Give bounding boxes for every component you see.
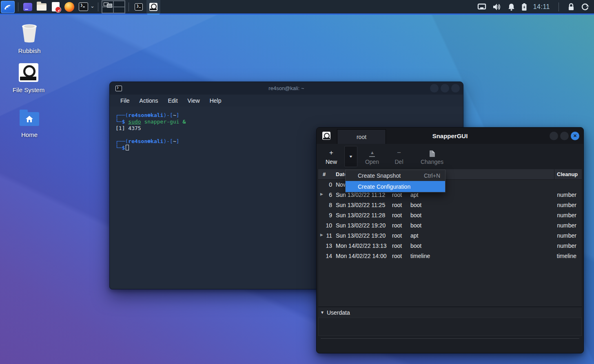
harddrive-icon [7,62,50,83]
menu-help[interactable]: Help [205,97,226,104]
desktop-icon-label: Home [8,131,51,138]
minimize-button[interactable] [430,84,439,93]
top-panel: ⌄ [0,0,594,15]
column-separator [554,169,554,180]
desktop: ⌄ [0,0,594,364]
dropdown-arrow-icon: ▼ [349,154,353,159]
menu-item-create-snapshot[interactable]: Create Snapshot Ctrl+N [346,170,445,181]
kali-logo-icon [3,2,12,11]
panel-separator [559,2,559,11]
open-icon [369,151,375,157]
minimize-button[interactable] [550,132,558,140]
desktop-icon-label: File System [7,86,50,93]
menu-file[interactable]: File [115,97,135,104]
new-button[interactable]: + New [321,146,342,165]
separator-line [321,338,579,339]
terminal-icon [115,86,122,91]
menu-edit[interactable]: Edit [163,97,182,104]
launcher-terminal[interactable] [77,1,89,13]
table-row[interactable]: ▶ 11 Sun 13/02/22 19:20 root apt number [318,231,582,241]
open-button[interactable]: Open [359,146,385,165]
volume-icon[interactable] [492,3,501,11]
column-header-number[interactable]: # [323,171,326,177]
network-icon[interactable] [477,3,486,11]
home-folder-icon [8,107,51,128]
prompt-line: ┌──(re4son⊛kali)-[~] [115,112,463,119]
panel-separator [18,2,18,11]
close-icon: ✕ [573,133,577,139]
snappergui-window: root SnapperGUI ✕ + New ▼ Open − Del [316,127,584,353]
collapse-arrow-icon: ▼ [320,310,324,315]
userdata-expander[interactable]: ▼ Userdata [318,307,582,318]
snapper-headerbar[interactable]: root SnapperGUI ✕ [317,128,583,144]
panel-separator [98,2,98,11]
workspace-4[interactable] [113,7,125,13]
terminal-title: re4son@kali: ~ [110,85,463,91]
new-dropdown-button[interactable]: ▼ [344,146,357,167]
close-button[interactable]: ✕ [571,132,579,140]
table-row[interactable]: 14 Mon 14/02/22 14:00 root timeline time… [318,251,582,261]
maximize-button[interactable] [441,84,449,93]
workspace-2[interactable] [113,1,125,7]
firefox-icon [64,2,74,12]
workspace-1[interactable] [102,1,113,7]
system-tray: 14:11 [477,2,594,11]
config-tab-root[interactable]: root [337,129,386,144]
table-row[interactable]: 9 Sun 13/02/22 11:28 root boot number [318,210,582,221]
panel-separator [129,2,129,11]
accelerator: Ctrl+N [424,172,440,179]
applications-menu-button[interactable] [1,1,15,13]
maximize-button[interactable] [560,132,569,140]
table-row[interactable]: 13 Mon 14/02/22 13:13 root boot number [318,241,582,251]
text-editor-icon [52,2,60,11]
terminal-titlebar[interactable]: re4son@kali: ~ [110,82,463,95]
plus-icon: + [321,146,342,157]
userdata-textarea[interactable] [318,318,582,336]
column-header-cleanup[interactable]: Cleanup [557,171,578,177]
table-row[interactable]: 10 Sun 13/02/22 19:20 root boot number [318,221,582,231]
workspace-3[interactable] [102,7,113,13]
notifications-bell-icon[interactable] [508,3,515,11]
desktop-icon-label: Rubbish [8,47,51,54]
launcher-firefox[interactable] [63,1,75,13]
snappergui-icon [149,3,157,11]
taskbar-button-snappergui[interactable] [146,0,160,13]
folder-icon [37,3,47,11]
terminal-icon [135,3,143,11]
new-dropdown-menu: Create Snapshot Ctrl+N Create Configurat… [345,170,446,192]
launcher-window-manager[interactable] [22,1,34,13]
trash-icon [8,23,51,44]
menu-item-create-configuration[interactable]: Create Configuration [346,181,445,192]
desktop-icon-file-system[interactable]: File System [7,62,50,93]
clock[interactable]: 14:11 [533,3,550,11]
window-manager-icon [23,3,32,11]
lock-icon[interactable] [567,3,575,11]
close-button[interactable] [451,84,460,93]
launcher-text-editor[interactable] [49,1,62,13]
battery-icon[interactable] [521,3,527,11]
userdata-label: Userdata [327,309,350,316]
terminal-menubar: File Actions Edit View Help [110,95,463,106]
launcher-file-manager[interactable] [35,1,48,13]
logout-icon[interactable] [581,3,589,11]
command-line: └─$ sudo snapper-gui & [115,119,463,125]
workspace-switcher[interactable] [102,0,125,13]
launcher-dropdown-chevron-icon[interactable]: ⌄ [90,3,95,9]
delete-button[interactable]: − Del [388,146,410,165]
changes-document-icon [430,150,435,157]
snapper-toolbar: + New ▼ Open − Del Changes [317,144,583,169]
snappergui-icon [322,132,330,140]
terminal-cursor [126,145,129,150]
changes-button[interactable]: Changes [414,146,450,165]
terminal-icon [79,2,88,11]
taskbar-button-terminal[interactable] [132,0,146,13]
menu-view[interactable]: View [183,97,205,104]
menu-actions[interactable]: Actions [135,97,163,104]
minus-icon: − [388,146,410,157]
table-row[interactable]: 8 Sun 13/02/22 11:25 root boot number [318,200,582,210]
desktop-icon-rubbish[interactable]: Rubbish [8,23,51,54]
desktop-icon-home[interactable]: Home [8,107,51,138]
window-bottom-area [317,339,583,353]
